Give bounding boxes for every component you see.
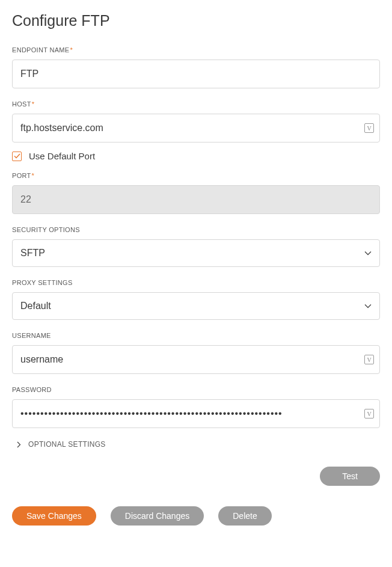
host-label: HOST* [12, 100, 380, 108]
delete-button[interactable]: Delete [218, 506, 271, 526]
required-mark-icon: * [32, 100, 35, 108]
use-default-port-label[interactable]: Use Default Port [29, 151, 95, 161]
page-title: Configure FTP [12, 12, 380, 29]
check-icon [14, 153, 20, 160]
proxy-settings-select[interactable]: Default [12, 292, 380, 320]
password-label: PASSWORD [12, 386, 380, 393]
optional-settings-toggle[interactable]: OPTIONAL SETTINGS [12, 440, 380, 449]
security-options-label: SECURITY OPTIONS [12, 226, 380, 233]
username-label: USERNAME [12, 332, 380, 339]
use-default-port-checkbox[interactable] [12, 152, 22, 161]
discard-button[interactable]: Discard Changes [111, 506, 204, 526]
required-mark-icon: * [32, 172, 35, 179]
save-button[interactable]: Save Changes [12, 506, 96, 526]
proxy-settings-label: PROXY SETTINGS [12, 279, 380, 286]
port-label: PORT* [12, 172, 380, 179]
test-button[interactable]: Test [320, 467, 380, 486]
endpoint-name-input[interactable] [12, 60, 380, 88]
chevron-right-icon [17, 441, 21, 448]
required-mark-icon: * [70, 46, 73, 54]
host-input[interactable] [12, 114, 380, 143]
username-input[interactable] [12, 345, 380, 374]
endpoint-name-label: ENDPOINT NAME* [12, 46, 380, 54]
security-options-select[interactable]: SFTP [12, 239, 380, 267]
optional-settings-label: OPTIONAL SETTINGS [28, 440, 106, 449]
port-input [12, 185, 380, 214]
password-input[interactable] [12, 399, 380, 428]
